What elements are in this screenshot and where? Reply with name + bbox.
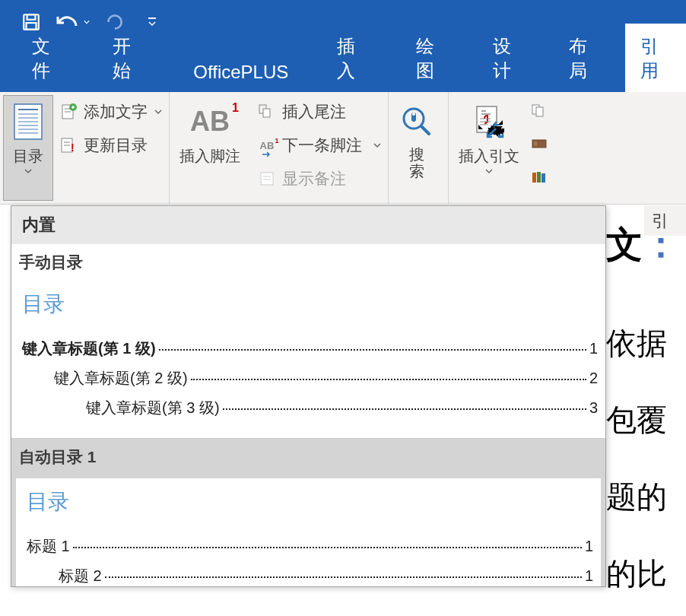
citation-group-label: 引 — [644, 205, 686, 236]
tab-draw[interactable]: 绘图 — [401, 24, 462, 92]
manual-toc-preview[interactable]: 目录 键入章标题(第 1 级) 1 键入章标题(第 2 级) 2 键入章标题(第… — [11, 281, 605, 438]
svg-rect-3 — [148, 17, 156, 19]
toc-icon — [10, 100, 46, 143]
search-icon — [399, 100, 435, 143]
svg-rect-21 — [263, 109, 270, 117]
ribbon-group-citations: 插入引文 — [449, 92, 555, 204]
svg-rect-1 — [27, 14, 36, 20]
tab-file[interactable]: 文件 — [17, 24, 78, 92]
toc-title: 目录 — [24, 487, 593, 516]
svg-text:!: ! — [71, 141, 75, 154]
ribbon-content: 目录 添加文字 ! 更新目录 — [0, 92, 686, 205]
toc-button[interactable]: 目录 — [3, 95, 53, 201]
svg-line-28 — [421, 126, 429, 134]
svg-rect-31 — [536, 107, 543, 116]
toc-dropdown-panel: 内置 手动目录 目录 键入章标题(第 1 级) 1 键入章标题(第 2 级) 2… — [11, 205, 606, 587]
insert-footnote-label: 插入脚注 — [179, 146, 240, 167]
insert-endnote-icon — [258, 103, 276, 121]
update-toc-icon: ! — [59, 136, 78, 154]
document-body[interactable]: 文： 依据 包覆 题的 的比 — [606, 205, 686, 616]
toc-button-label: 目录 — [13, 148, 43, 164]
ribbon-group-footnotes: AB1 插入脚注 插入尾注 AB1 下一条脚注 — [170, 92, 389, 204]
ribbon-group-search: 搜索 — [389, 92, 449, 204]
insert-endnote-button[interactable]: 插入尾注 — [258, 101, 382, 122]
insert-footnote-button[interactable]: AB1 插入脚注 — [173, 95, 247, 201]
svg-rect-35 — [537, 172, 541, 183]
insert-citation-button[interactable]: 插入引文 — [452, 95, 526, 201]
svg-rect-34 — [532, 173, 536, 183]
insert-citation-label: 插入引文 — [459, 148, 519, 164]
show-notes-label: 显示备注 — [282, 168, 346, 189]
insert-citation-icon — [471, 100, 507, 143]
tab-layout[interactable]: 布局 — [554, 24, 615, 92]
manual-toc-label: 手动目录 — [11, 244, 605, 281]
style-icon[interactable] — [531, 135, 549, 153]
next-footnote-button[interactable]: AB1 下一条脚注 — [258, 135, 382, 156]
toc-line: 键入章标题(第 1 级) 1 — [19, 338, 598, 359]
add-text-icon — [59, 103, 78, 121]
update-toc-label: 更新目录 — [84, 135, 148, 156]
show-notes-icon — [258, 170, 276, 188]
toc-line: 键入章标题(第 2 级) 2 — [19, 368, 598, 389]
insert-endnote-label: 插入尾注 — [282, 101, 346, 122]
search-label: 搜索 — [409, 146, 424, 179]
add-text-label: 添加文字 — [84, 101, 148, 122]
tab-home[interactable]: 开始 — [97, 24, 158, 92]
next-footnote-icon: AB1 — [258, 136, 276, 154]
toc-line: 标题 2 1 — [24, 566, 593, 586]
toc-line: 标题 1 1 — [24, 536, 593, 557]
search-button[interactable]: 搜索 — [392, 95, 442, 201]
bibliography-icon[interactable] — [531, 168, 549, 186]
dropdown-header: 内置 — [11, 206, 605, 244]
toc-line: 键入章标题(第 3 级) 3 — [19, 398, 598, 418]
ribbon-tabs: 文件 开始 OfficePLUS 插入 绘图 设计 布局 引用 — [0, 44, 686, 92]
svg-point-27 — [412, 113, 415, 116]
ribbon-group-toc: 目录 添加文字 ! 更新目录 — [0, 92, 170, 204]
tab-design[interactable]: 设计 — [478, 24, 538, 92]
svg-rect-33 — [534, 141, 537, 146]
next-footnote-label: 下一条脚注 — [282, 135, 362, 156]
tab-officeplus[interactable]: OfficePLUS — [178, 51, 303, 92]
auto-toc-1-label: 自动目录 1 — [11, 439, 605, 475]
tab-references[interactable]: 引用 — [625, 24, 686, 92]
auto-toc-1[interactable]: 自动目录 1 目录 标题 1 1 标题 2 1 — [11, 438, 605, 586]
sources-icon[interactable] — [531, 101, 549, 119]
insert-footnote-icon: AB1 — [192, 100, 228, 143]
svg-rect-36 — [541, 173, 545, 183]
redo-button[interactable] — [105, 12, 125, 32]
svg-rect-22 — [261, 173, 273, 185]
update-toc-button[interactable]: ! 更新目录 — [59, 135, 163, 156]
tab-insert[interactable]: 插入 — [322, 24, 383, 92]
toc-title: 目录 — [19, 290, 598, 319]
add-text-button[interactable]: 添加文字 — [59, 101, 163, 122]
show-notes-button: 显示备注 — [258, 168, 382, 189]
